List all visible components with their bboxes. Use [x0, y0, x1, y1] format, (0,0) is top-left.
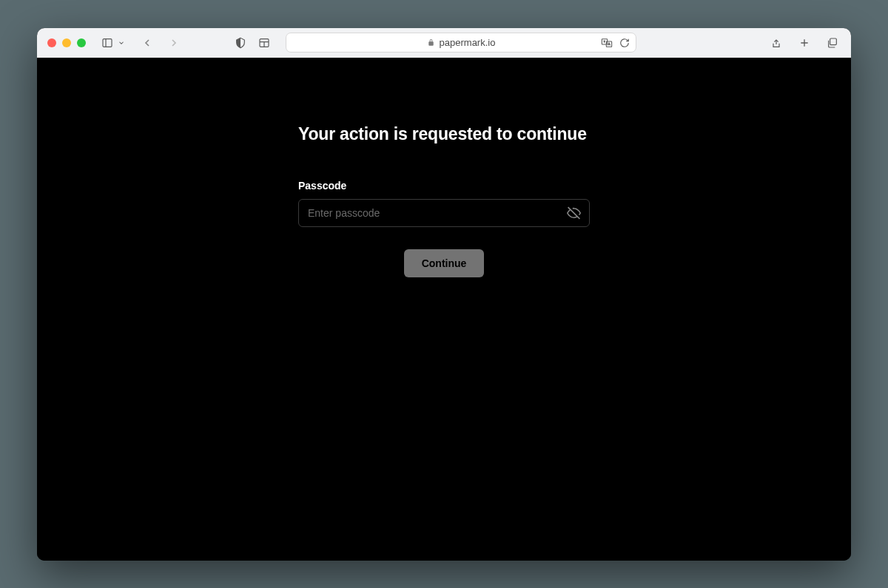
url-bar[interactable]: papermark.io: [286, 33, 636, 53]
minimize-window-button[interactable]: [62, 38, 71, 47]
continue-button[interactable]: Continue: [404, 249, 485, 277]
chevron-down-icon[interactable]: [117, 35, 126, 51]
tabs-icon[interactable]: [824, 35, 841, 51]
right-icons: [768, 35, 841, 51]
lock-icon: [427, 36, 435, 50]
browser-chrome: papermark.io: [37, 28, 851, 58]
traffic-lights: [47, 38, 86, 47]
sidebar-icon[interactable]: [99, 35, 115, 51]
privacy-shield-icon[interactable]: [232, 35, 249, 51]
maximize-window-button[interactable]: [77, 38, 86, 47]
content-area: Your action is requested to continue Pas…: [37, 58, 851, 561]
forward-button[interactable]: [166, 35, 182, 51]
passcode-input-wrapper: [298, 199, 590, 227]
show-password-toggle[interactable]: [567, 206, 581, 220]
page-heading: Your action is requested to continue: [298, 124, 590, 144]
svg-rect-0: [103, 38, 112, 47]
tab-overview-icon[interactable]: [256, 35, 272, 51]
sidebar-toggle-group: [99, 35, 126, 51]
close-window-button[interactable]: [47, 38, 56, 47]
url-center: papermark.io: [427, 36, 496, 50]
share-icon[interactable]: [768, 35, 784, 51]
passcode-input[interactable]: [298, 199, 590, 227]
translate-icon[interactable]: [600, 35, 613, 51]
nav-arrows: [139, 35, 182, 51]
browser-window: papermark.io: [37, 28, 851, 561]
back-button[interactable]: [139, 35, 155, 51]
shield-tab-group: [232, 35, 272, 51]
new-tab-icon[interactable]: [796, 35, 813, 51]
continue-wrapper: Continue: [298, 249, 590, 277]
passcode-label: Passcode: [298, 180, 590, 192]
content-inner: Your action is requested to continue Pas…: [298, 124, 590, 561]
reload-icon[interactable]: [619, 35, 630, 51]
svg-rect-10: [830, 38, 837, 45]
url-text: papermark.io: [440, 37, 496, 48]
url-right-icons: [600, 35, 630, 51]
